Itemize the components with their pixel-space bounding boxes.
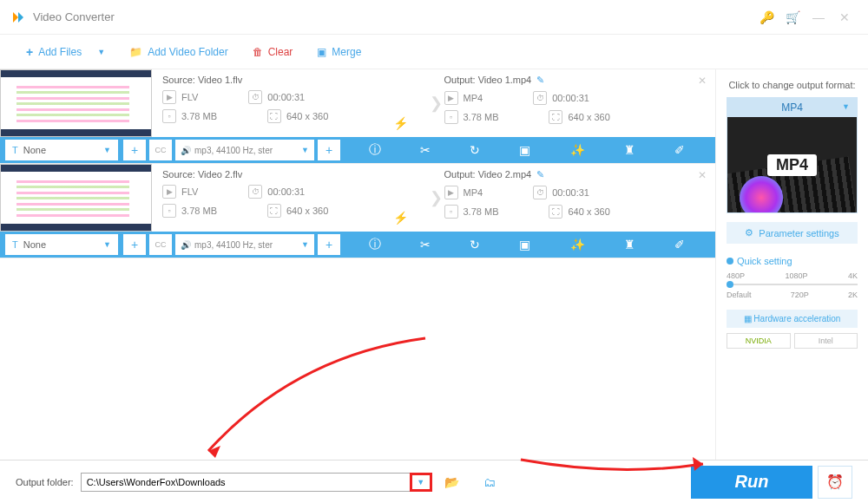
main-toolbar: +Add Files ▼ 📁Add Video Folder 🗑Clear ▣M…	[0, 35, 868, 69]
add-audio-button[interactable]: +	[318, 234, 340, 255]
file-list: Source: Video 1.flv ▶FLV ⏱00:00:31 ▫3.78…	[0, 69, 715, 460]
cart-icon[interactable]: 🛒	[779, 10, 806, 24]
rotate-icon[interactable]: ↻	[470, 238, 480, 252]
add-files-dropdown-icon[interactable]: ▼	[97, 48, 105, 56]
key-icon[interactable]: 🔑	[753, 10, 779, 24]
cc-button[interactable]: CC	[149, 234, 172, 255]
output-column: ✕ Output: Video 1.mp4✎ ▶MP4 ⏱00:00:31 ▫3…	[434, 69, 716, 137]
info-icon[interactable]: ⓘ	[369, 142, 381, 158]
output-format-button[interactable]: MP4▼ MP4	[727, 97, 858, 213]
add-subtitle-button[interactable]: +	[123, 140, 146, 160]
add-files-button[interactable]: +Add Files	[26, 45, 82, 59]
merge-button[interactable]: ▣Merge	[317, 46, 361, 58]
output-folder-dropdown[interactable]: ▼	[410, 473, 432, 492]
browse-folder-icon[interactable]: 🗂	[483, 475, 496, 489]
dimensions-icon: ⛶	[549, 110, 562, 124]
parameter-settings-button[interactable]: ⚙Parameter settings	[727, 222, 858, 244]
run-button[interactable]: Run	[691, 466, 812, 499]
subtitle-select[interactable]: TNone▼	[5, 140, 118, 160]
quick-setting-label: Quick setting	[727, 256, 858, 266]
crop-icon[interactable]: ▣	[519, 238, 530, 252]
info-icon[interactable]: ⓘ	[369, 237, 381, 252]
app-logo-icon	[10, 10, 26, 25]
close-icon[interactable]: ✕	[832, 10, 858, 24]
add-subtitle-button[interactable]: +	[123, 234, 146, 255]
edit-tool-icon[interactable]: ✐	[674, 238, 685, 252]
watermark-icon[interactable]: ♜	[624, 143, 635, 157]
minimize-icon[interactable]: —	[806, 10, 832, 24]
chip-icon: ▦	[744, 314, 752, 323]
app-title: Video Converter	[33, 10, 753, 23]
bolt-icon: ⚡	[393, 116, 408, 130]
sidebar: Click to change output format: MP4▼ MP4 …	[715, 69, 868, 460]
clear-button[interactable]: 🗑Clear	[253, 46, 293, 58]
speaker-icon: 🔊	[181, 146, 191, 155]
output-label: Output: Video 2.mp4	[444, 169, 532, 180]
subtitle-select[interactable]: TNone▼	[5, 234, 118, 255]
hardware-accel-button[interactable]: ▦ Hardware acceleration	[727, 310, 858, 328]
open-folder-icon[interactable]: 📂	[444, 475, 459, 489]
bottom-bar: Output folder: ▼ 📂 🗂 Run ⏰	[0, 460, 868, 503]
sliders-icon: ⚙	[745, 227, 753, 238]
sidebar-header: Click to change output format:	[727, 80, 858, 90]
resolution-labels-bottom: Default720P2K	[727, 291, 858, 299]
cc-button[interactable]: CC	[149, 140, 172, 160]
list-item: Source: Video 1.flv ▶FLV ⏱00:00:31 ▫3.78…	[0, 69, 715, 164]
source-column: Source: Video 2.flv ▶FLV ⏱00:00:31 ▫3.78…	[152, 164, 434, 232]
edit-tool-icon[interactable]: ✐	[674, 143, 685, 157]
audio-select[interactable]: 🔊mp3, 44100 Hz, ster▼	[175, 234, 314, 255]
remove-item-icon[interactable]: ✕	[698, 169, 707, 181]
nvidia-badge: NVIDIA	[727, 333, 791, 349]
rotate-icon[interactable]: ↻	[470, 143, 480, 157]
video-thumbnail[interactable]	[0, 164, 152, 232]
effects-icon[interactable]: ✨	[570, 238, 585, 252]
title-bar: Video Converter 🔑 🛒 — ✕	[0, 0, 868, 35]
output-label: Output: Video 1.mp4	[444, 75, 532, 85]
dimensions-icon: ⛶	[267, 109, 281, 123]
size-icon: ▫	[444, 110, 458, 124]
chevron-down-icon: ▼	[103, 146, 111, 154]
item-toolbar: TNone▼ + CC 🔊mp3, 44100 Hz, ster▼ + ⓘ ✂ …	[0, 232, 715, 258]
source-column: Source: Video 1.flv ▶FLV ⏱00:00:31 ▫3.78…	[152, 69, 434, 137]
bolt-icon: ⚡	[393, 211, 408, 225]
add-folder-button[interactable]: 📁Add Video Folder	[129, 46, 228, 58]
audio-select[interactable]: 🔊mp3, 44100 Hz, ster▼	[175, 140, 314, 160]
quality-slider[interactable]	[727, 284, 858, 285]
cut-icon[interactable]: ✂	[420, 238, 431, 252]
item-toolbar: TNone▼ + CC 🔊mp3, 44100 Hz, ster▼ + ⓘ ✂ …	[0, 137, 715, 163]
output-folder-label: Output folder:	[16, 477, 74, 487]
schedule-icon[interactable]: ⏰	[818, 466, 852, 499]
chevron-down-icon: ▼	[842, 102, 850, 111]
edit-icon[interactable]: ✎	[536, 169, 544, 180]
format-badge: MP4	[767, 154, 817, 176]
crop-icon[interactable]: ▣	[519, 143, 530, 157]
format-icon: ▶	[162, 90, 176, 104]
format-icon: ▶	[444, 91, 458, 105]
duration-icon: ⏱	[248, 90, 262, 104]
duration-icon: ⏱	[533, 91, 547, 105]
add-audio-button[interactable]: +	[318, 140, 340, 160]
chevron-down-icon: ▼	[301, 146, 309, 154]
output-column: ✕ Output: Video 2.mp4✎ ▶MP4 ⏱00:00:31 ▫3…	[434, 164, 716, 232]
edit-icon[interactable]: ✎	[536, 75, 544, 85]
source-label: Source: Video 2.flv	[162, 169, 424, 180]
remove-item-icon[interactable]: ✕	[698, 75, 707, 87]
output-folder-input[interactable]	[81, 473, 411, 492]
list-item: Source: Video 2.flv ▶FLV ⏱00:00:31 ▫3.78…	[0, 164, 715, 258]
resolution-labels-top: 480P1080P4K	[727, 271, 858, 280]
size-icon: ▫	[162, 109, 176, 123]
effects-icon[interactable]: ✨	[570, 143, 585, 157]
cut-icon[interactable]: ✂	[420, 143, 431, 157]
watermark-icon[interactable]: ♜	[624, 238, 635, 252]
source-label: Source: Video 1.flv	[162, 75, 424, 85]
video-thumbnail[interactable]	[0, 69, 152, 137]
intel-badge: Intel	[794, 333, 858, 349]
